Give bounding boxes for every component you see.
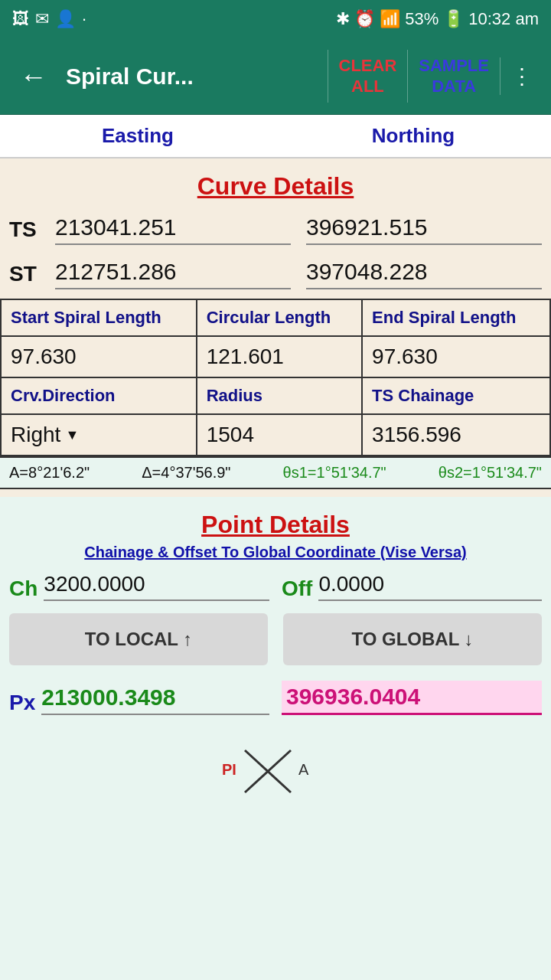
to-global-button[interactable]: TO GLOBAL ↓	[283, 613, 542, 665]
end-spiral-header: End Spiral Length	[362, 299, 550, 336]
point-details-title: Point Details	[9, 505, 542, 544]
ts-chainage-value[interactable]: 3156.596	[362, 414, 550, 456]
curve-table: Start Spiral Length Circular Length End …	[0, 299, 551, 456]
easting-header: Easting	[0, 115, 276, 157]
clear-all-button[interactable]: CLEAR ALL	[328, 50, 408, 103]
point-details-section: Point Details Chainage & Offset To Globa…	[0, 497, 551, 727]
angle-delta: Δ=4°37'56.9"	[142, 464, 230, 482]
status-right-icons: ✱ ⏰ 📶 53% 🔋 10:32 am	[336, 9, 539, 29]
ts-northing[interactable]: 396921.515	[306, 214, 542, 245]
wifi-icon: 📶	[380, 9, 400, 29]
radius-value[interactable]: 1504	[197, 414, 362, 456]
st-row: ST 212751.286 397048.228	[0, 254, 551, 299]
time-display: 10:32 am	[468, 9, 539, 29]
end-spiral-value[interactable]: 97.630	[362, 336, 550, 377]
off-input[interactable]: 0.0000	[318, 572, 542, 601]
column-headers: Easting Northing	[0, 115, 551, 158]
ts-label: TS	[9, 217, 55, 242]
bluetooth-icon: ✱	[336, 9, 350, 29]
result-row: Px 213000.3498 396936.0404	[9, 681, 542, 715]
curve-details-title: Curve Details	[0, 166, 551, 210]
ts-easting[interactable]: 213041.251	[55, 214, 291, 245]
start-spiral-header: Start Spiral Length	[1, 299, 197, 336]
px-group: Px 213000.3498	[9, 684, 269, 715]
angle-theta1: θs1=1°51'34.7"	[283, 464, 386, 482]
curve-details-section: Curve Details TS 213041.251 396921.515 S…	[0, 158, 551, 497]
px-label: Px	[9, 691, 35, 715]
ts-chainage-header: TS Chainage	[362, 377, 550, 414]
back-button[interactable]: ←	[8, 53, 60, 100]
radius-header: Radius	[197, 377, 362, 414]
off-group: Off 0.0000	[282, 572, 542, 601]
st-northing[interactable]: 397048.228	[306, 259, 542, 289]
pi-diagram: PI A	[199, 735, 352, 804]
to-local-button[interactable]: TO LOCAL ↑	[9, 613, 268, 665]
angle-theta2: θs2=1°51'34.7"	[439, 464, 542, 482]
circular-length-header: Circular Length	[197, 299, 362, 336]
action-button-row: TO LOCAL ↑ TO GLOBAL ↓	[9, 613, 542, 665]
alarm-icon: ⏰	[354, 9, 375, 29]
px-value: 213000.3498	[41, 684, 269, 715]
st-label: ST	[9, 262, 55, 286]
dot-icon: ·	[82, 9, 86, 29]
ch-label: Ch	[9, 577, 37, 601]
battery-level: 53%	[405, 9, 439, 29]
angle-a: A=8°21'6.2"	[9, 464, 90, 482]
ch-group: Ch 3200.0000	[9, 572, 269, 601]
menu-button[interactable]: ⋮	[500, 57, 543, 95]
dropdown-arrow-icon: ▼	[65, 427, 79, 443]
app-bar: ← Spiral Cur... CLEAR ALL SAMPLE DATA ⋮	[0, 38, 551, 115]
point-details-subtitle: Chainage & Offset To Global Coordinate (…	[9, 544, 542, 572]
diagram-area: PI A	[0, 727, 551, 819]
sample-data-button[interactable]: SAMPLE DATA	[407, 50, 500, 103]
image-icon: 🖼	[12, 9, 29, 29]
ch-off-row: Ch 3200.0000 Off 0.0000	[9, 572, 542, 613]
crv-direction-value[interactable]: Right ▼	[1, 414, 197, 456]
user-icon: 👤	[55, 9, 76, 29]
battery-icon: 🔋	[443, 9, 464, 29]
angle-row: A=8°21'6.2" Δ=4°37'56.9" θs1=1°51'34.7" …	[0, 456, 551, 489]
crv-direction-header: Crv.Direction	[1, 377, 197, 414]
start-spiral-value[interactable]: 97.630	[1, 336, 197, 377]
ts-row: TS 213041.251 396921.515	[0, 210, 551, 254]
svg-text:PI: PI	[222, 761, 236, 778]
ch-input[interactable]: 3200.0000	[44, 572, 269, 601]
status-left-icons: 🖼 ✉ 👤 ·	[12, 9, 86, 29]
northing-header: Northing	[276, 115, 551, 157]
py-value: 396936.0404	[282, 681, 542, 715]
mail-icon: ✉	[35, 9, 49, 29]
svg-text:A: A	[298, 761, 309, 778]
py-group: 396936.0404	[282, 681, 542, 715]
st-easting[interactable]: 212751.286	[55, 259, 291, 289]
off-label: Off	[282, 577, 312, 601]
status-bar: 🖼 ✉ 👤 · ✱ ⏰ 📶 53% 🔋 10:32 am	[0, 0, 551, 38]
app-title: Spiral Cur...	[60, 64, 328, 90]
circular-length-value[interactable]: 121.601	[197, 336, 362, 377]
